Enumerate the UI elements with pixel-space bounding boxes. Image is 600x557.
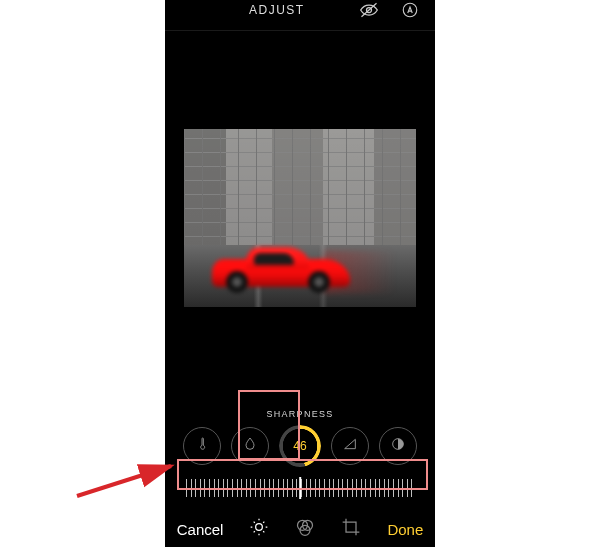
thermometer-icon xyxy=(194,436,210,456)
header-mode-title: ADJUST xyxy=(249,3,305,17)
svg-point-2 xyxy=(403,3,417,17)
edited-photo xyxy=(184,129,416,307)
sharpness-dial[interactable]: 46 xyxy=(279,425,321,467)
photo-editor-screen: ADJUST xyxy=(165,0,435,547)
half-circle-icon xyxy=(390,436,406,456)
triangle-icon xyxy=(342,436,358,456)
value-slider[interactable] xyxy=(183,479,417,497)
done-button[interactable]: Done xyxy=(387,521,437,538)
svg-point-4 xyxy=(256,524,263,531)
auto-circle-icon[interactable] xyxy=(401,1,419,19)
cancel-button[interactable]: Cancel xyxy=(163,521,224,538)
photo-canvas[interactable] xyxy=(165,31,435,405)
adjust-sun-icon[interactable] xyxy=(249,517,269,541)
editor-header: ADJUST xyxy=(165,0,435,31)
tint-dial[interactable] xyxy=(231,427,269,465)
droplet-icon xyxy=(242,436,258,456)
slider-tick-scale xyxy=(186,479,414,497)
filters-icon[interactable] xyxy=(295,517,315,541)
crop-icon[interactable] xyxy=(341,517,361,541)
vignette-dial[interactable] xyxy=(379,427,417,465)
visibility-off-icon[interactable] xyxy=(359,0,379,20)
definition-dial[interactable] xyxy=(331,427,369,465)
adjustment-dial-strip[interactable]: 46 xyxy=(183,425,417,467)
parameter-name-label: SHARPNESS xyxy=(266,409,333,419)
progress-ring xyxy=(279,425,321,467)
editor-tabbar: Cancel Done xyxy=(165,503,435,547)
adjust-controls: SHARPNESS 46 xyxy=(165,405,435,503)
warmth-dial[interactable] xyxy=(183,427,221,465)
